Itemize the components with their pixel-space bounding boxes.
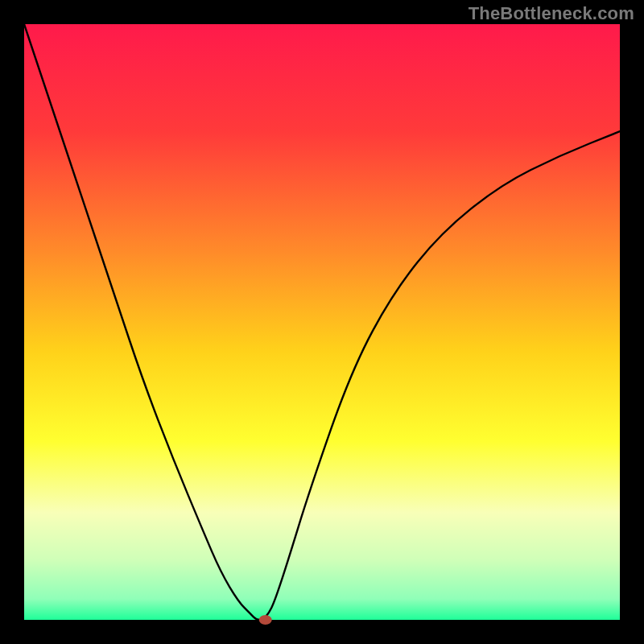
bottleneck-chart bbox=[0, 0, 644, 644]
min-marker bbox=[259, 615, 272, 625]
plot-background bbox=[24, 24, 620, 620]
chart-frame: TheBottleneck.com bbox=[0, 0, 644, 644]
watermark-text: TheBottleneck.com bbox=[469, 3, 634, 24]
